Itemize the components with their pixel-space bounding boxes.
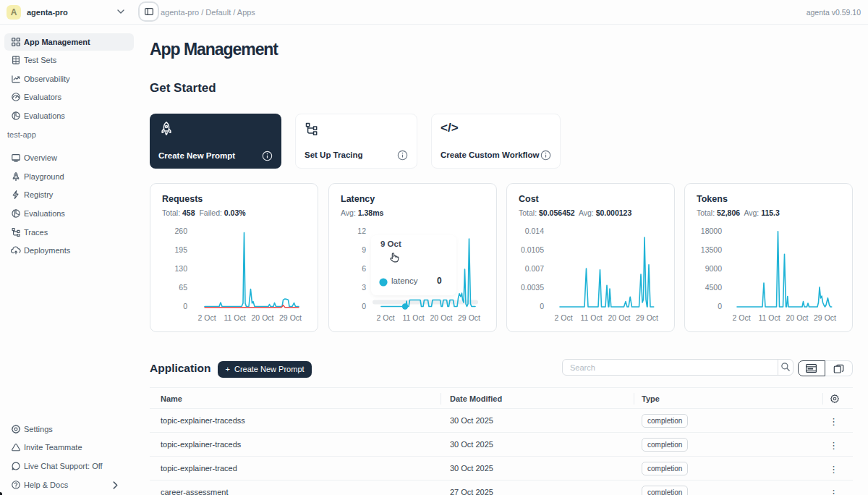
svg-text:2 Oct: 2 Oct: [197, 313, 216, 322]
svg-text:18000: 18000: [701, 227, 722, 235]
svg-text:0.014: 0.014: [525, 227, 544, 235]
svg-text:0.007: 0.007: [525, 264, 544, 273]
svg-text:0: 0: [540, 302, 544, 310]
svg-text:3: 3: [362, 283, 366, 292]
svg-text:4500: 4500: [705, 283, 723, 292]
svg-text:29 Oct: 29 Oct: [279, 313, 302, 322]
svg-text:29 Oct: 29 Oct: [814, 313, 836, 322]
svg-text:20 Oct: 20 Oct: [252, 313, 274, 322]
svg-text:260: 260: [174, 227, 187, 235]
svg-text:11 Oct: 11 Oct: [580, 313, 602, 322]
svg-text:9: 9: [362, 245, 366, 254]
svg-text:2 Oct: 2 Oct: [554, 313, 572, 322]
svg-text:11 Oct: 11 Oct: [224, 313, 245, 322]
svg-text:11 Oct: 11 Oct: [758, 313, 780, 322]
svg-text:0.0035: 0.0035: [521, 283, 544, 292]
svg-text:11 Oct: 11 Oct: [402, 313, 424, 322]
svg-text:29 Oct: 29 Oct: [458, 313, 480, 322]
svg-text:195: 195: [174, 245, 187, 254]
svg-text:20 Oct: 20 Oct: [786, 313, 809, 322]
svg-text:65: 65: [179, 283, 187, 292]
svg-text:13500: 13500: [701, 245, 722, 254]
svg-text:0: 0: [362, 302, 366, 310]
svg-text:6: 6: [362, 264, 366, 273]
svg-text:9000: 9000: [705, 264, 723, 273]
svg-text:2 Oct: 2 Oct: [376, 313, 394, 322]
svg-text:2 Oct: 2 Oct: [732, 313, 750, 322]
svg-text:29 Oct: 29 Oct: [636, 313, 658, 322]
svg-text:130: 130: [174, 264, 187, 273]
svg-text:12: 12: [357, 227, 366, 235]
svg-text:0: 0: [718, 302, 722, 310]
svg-text:20 Oct: 20 Oct: [608, 313, 631, 322]
svg-text:20 Oct: 20 Oct: [430, 313, 453, 322]
svg-text:0.0105: 0.0105: [521, 245, 544, 254]
svg-text:0: 0: [183, 302, 187, 310]
